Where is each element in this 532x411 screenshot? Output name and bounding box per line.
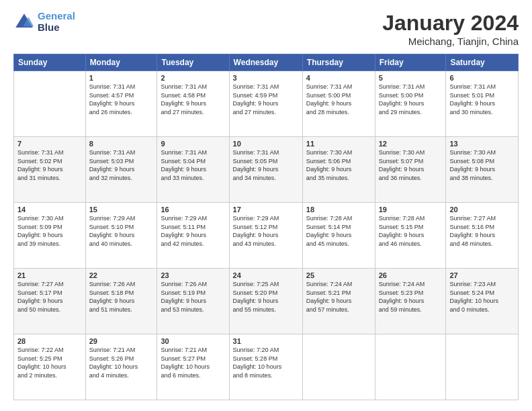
day-number: 10 — [233, 140, 299, 148]
day-info: Sunrise: 7:31 AMSunset: 5:01 PMDaylight:… — [449, 83, 515, 116]
table-row: 24Sunrise: 7:25 AMSunset: 5:20 PMDayligh… — [229, 269, 302, 334]
table-row: 9Sunrise: 7:31 AMSunset: 5:04 PMDaylight… — [157, 137, 229, 203]
calendar-week-row: 14Sunrise: 7:30 AMSunset: 5:09 PMDayligh… — [14, 203, 519, 269]
table-row: 2Sunrise: 7:31 AMSunset: 4:58 PMDaylight… — [157, 71, 229, 137]
calendar-table: Sunday Monday Tuesday Wednesday Thursday… — [13, 54, 519, 400]
table-row: 25Sunrise: 7:24 AMSunset: 5:21 PMDayligh… — [302, 269, 375, 334]
day-number: 17 — [233, 205, 299, 214]
day-info: Sunrise: 7:28 AMSunset: 5:15 PMDaylight:… — [379, 214, 443, 248]
day-number: 12 — [379, 140, 443, 148]
day-number: 23 — [161, 271, 225, 279]
day-number: 14 — [17, 205, 82, 214]
col-thursday: Thursday — [302, 54, 375, 71]
day-number: 1 — [89, 74, 154, 82]
table-row: 5Sunrise: 7:31 AMSunset: 5:00 PMDaylight… — [375, 71, 446, 137]
table-row: 31Sunrise: 7:20 AMSunset: 5:28 PMDayligh… — [229, 334, 302, 400]
day-info: Sunrise: 7:31 AMSunset: 5:00 PMDaylight:… — [379, 83, 443, 116]
table-row: 17Sunrise: 7:29 AMSunset: 5:12 PMDayligh… — [229, 203, 302, 269]
day-info: Sunrise: 7:31 AMSunset: 4:58 PMDaylight:… — [161, 83, 225, 116]
day-number: 5 — [379, 74, 443, 82]
day-info: Sunrise: 7:29 AMSunset: 5:10 PMDaylight:… — [89, 214, 154, 248]
day-number: 20 — [449, 205, 515, 214]
table-row: 1Sunrise: 7:31 AMSunset: 4:57 PMDaylight… — [85, 71, 157, 137]
table-row: 18Sunrise: 7:28 AMSunset: 5:14 PMDayligh… — [302, 203, 375, 269]
day-info: Sunrise: 7:22 AMSunset: 5:25 PMDaylight:… — [17, 346, 82, 379]
table-row: 23Sunrise: 7:26 AMSunset: 5:19 PMDayligh… — [157, 269, 229, 334]
day-info: Sunrise: 7:30 AMSunset: 5:06 PMDaylight:… — [306, 148, 371, 182]
table-row: 4Sunrise: 7:31 AMSunset: 5:00 PMDaylight… — [302, 71, 375, 137]
col-sunday: Sunday — [14, 54, 86, 71]
table-row: 14Sunrise: 7:30 AMSunset: 5:09 PMDayligh… — [14, 203, 86, 269]
table-row: 11Sunrise: 7:30 AMSunset: 5:06 PMDayligh… — [302, 137, 375, 203]
col-wednesday: Wednesday — [229, 54, 302, 71]
logo-icon — [13, 11, 35, 33]
day-info: Sunrise: 7:28 AMSunset: 5:14 PMDaylight:… — [306, 214, 371, 248]
table-row: 16Sunrise: 7:29 AMSunset: 5:11 PMDayligh… — [157, 203, 229, 269]
day-number: 27 — [449, 271, 515, 279]
col-saturday: Saturday — [446, 54, 519, 71]
table-row: 26Sunrise: 7:24 AMSunset: 5:23 PMDayligh… — [375, 269, 446, 334]
day-number: 19 — [379, 205, 443, 214]
col-tuesday: Tuesday — [157, 54, 229, 71]
day-info: Sunrise: 7:21 AMSunset: 5:27 PMDaylight:… — [161, 346, 225, 379]
table-row — [14, 71, 86, 137]
header: General Blue January 2024 Meichang, Tian… — [13, 11, 519, 47]
table-row: 7Sunrise: 7:31 AMSunset: 5:02 PMDaylight… — [14, 137, 86, 203]
table-row: 28Sunrise: 7:22 AMSunset: 5:25 PMDayligh… — [14, 334, 86, 400]
table-row: 21Sunrise: 7:27 AMSunset: 5:17 PMDayligh… — [14, 269, 86, 334]
table-row: 3Sunrise: 7:31 AMSunset: 4:59 PMDaylight… — [229, 71, 302, 137]
calendar-week-row: 7Sunrise: 7:31 AMSunset: 5:02 PMDaylight… — [14, 137, 519, 203]
day-number: 24 — [233, 271, 299, 279]
table-row: 27Sunrise: 7:23 AMSunset: 5:24 PMDayligh… — [446, 269, 519, 334]
table-row: 10Sunrise: 7:31 AMSunset: 5:05 PMDayligh… — [229, 137, 302, 203]
day-info: Sunrise: 7:29 AMSunset: 5:12 PMDaylight:… — [233, 214, 299, 248]
day-number: 22 — [89, 271, 154, 279]
day-info: Sunrise: 7:27 AMSunset: 5:17 PMDaylight:… — [17, 280, 82, 314]
day-number: 31 — [233, 337, 299, 345]
day-number: 2 — [161, 74, 225, 82]
day-info: Sunrise: 7:31 AMSunset: 4:57 PMDaylight:… — [89, 83, 154, 116]
day-number: 21 — [17, 271, 82, 279]
calendar-week-row: 28Sunrise: 7:22 AMSunset: 5:25 PMDayligh… — [14, 334, 519, 400]
month-title: January 2024 — [382, 11, 519, 36]
table-row: 13Sunrise: 7:30 AMSunset: 5:08 PMDayligh… — [446, 137, 519, 203]
day-info: Sunrise: 7:26 AMSunset: 5:19 PMDaylight:… — [161, 280, 225, 314]
day-number: 28 — [17, 337, 82, 345]
header-row: Sunday Monday Tuesday Wednesday Thursday… — [14, 54, 519, 71]
day-info: Sunrise: 7:24 AMSunset: 5:23 PMDaylight:… — [379, 280, 443, 314]
day-info: Sunrise: 7:25 AMSunset: 5:20 PMDaylight:… — [233, 280, 299, 314]
day-number: 25 — [306, 271, 371, 279]
logo-text: General Blue — [38, 11, 75, 33]
col-friday: Friday — [375, 54, 446, 71]
day-number: 29 — [89, 337, 154, 345]
day-number: 3 — [233, 74, 299, 82]
table-row — [302, 334, 375, 400]
day-info: Sunrise: 7:31 AMSunset: 5:00 PMDaylight:… — [306, 83, 371, 116]
day-number: 11 — [306, 140, 371, 148]
day-number: 18 — [306, 205, 371, 214]
day-info: Sunrise: 7:23 AMSunset: 5:24 PMDaylight:… — [449, 280, 515, 314]
table-row: 8Sunrise: 7:31 AMSunset: 5:03 PMDaylight… — [85, 137, 157, 203]
table-row: 19Sunrise: 7:28 AMSunset: 5:15 PMDayligh… — [375, 203, 446, 269]
day-number: 15 — [89, 205, 154, 214]
day-info: Sunrise: 7:31 AMSunset: 5:02 PMDaylight:… — [17, 148, 82, 182]
day-info: Sunrise: 7:31 AMSunset: 5:05 PMDaylight:… — [233, 148, 299, 182]
day-number: 7 — [17, 140, 82, 148]
table-row: 12Sunrise: 7:30 AMSunset: 5:07 PMDayligh… — [375, 137, 446, 203]
day-info: Sunrise: 7:21 AMSunset: 5:26 PMDaylight:… — [89, 346, 154, 379]
table-row: 6Sunrise: 7:31 AMSunset: 5:01 PMDaylight… — [446, 71, 519, 137]
day-info: Sunrise: 7:31 AMSunset: 5:03 PMDaylight:… — [89, 148, 154, 182]
day-number: 13 — [449, 140, 515, 148]
day-info: Sunrise: 7:26 AMSunset: 5:18 PMDaylight:… — [89, 280, 154, 314]
day-info: Sunrise: 7:30 AMSunset: 5:09 PMDaylight:… — [17, 214, 82, 248]
day-info: Sunrise: 7:30 AMSunset: 5:08 PMDaylight:… — [449, 148, 515, 182]
day-info: Sunrise: 7:27 AMSunset: 5:16 PMDaylight:… — [449, 214, 515, 248]
day-info: Sunrise: 7:20 AMSunset: 5:28 PMDaylight:… — [233, 346, 299, 379]
day-number: 9 — [161, 140, 225, 148]
table-row: 22Sunrise: 7:26 AMSunset: 5:18 PMDayligh… — [85, 269, 157, 334]
day-number: 16 — [161, 205, 225, 214]
table-row: 15Sunrise: 7:29 AMSunset: 5:10 PMDayligh… — [85, 203, 157, 269]
day-number: 6 — [449, 74, 515, 82]
table-row — [446, 334, 519, 400]
col-monday: Monday — [85, 54, 157, 71]
